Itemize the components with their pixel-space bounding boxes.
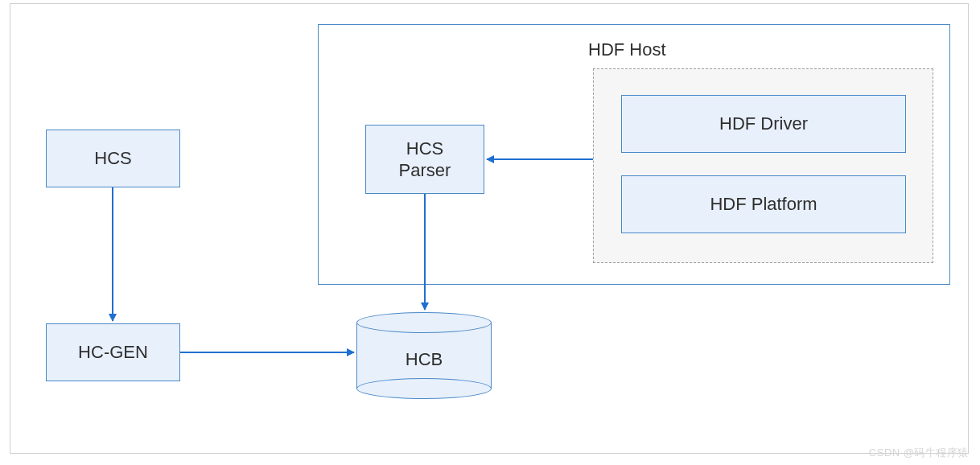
cylinder-top xyxy=(356,312,492,333)
node-hcs-label: HCS xyxy=(94,147,131,170)
cylinder-bottom xyxy=(356,378,492,399)
node-hdf-platform-label: HDF Platform xyxy=(710,193,817,216)
container-hdf-host-title: HDF Host xyxy=(588,39,666,60)
node-hcs-parser-label: HCS Parser xyxy=(399,138,451,182)
node-hdf-driver-label: HDF Driver xyxy=(719,113,808,135)
node-hdf-driver: HDF Driver xyxy=(621,95,906,153)
watermark: CSDN @码牛程序猿 xyxy=(869,446,969,460)
node-hcb-label: HCB xyxy=(356,349,492,370)
node-hcgen: HC-GEN xyxy=(46,323,180,381)
node-hcs-parser: HCS Parser xyxy=(365,125,484,194)
node-hcb: HCB xyxy=(356,312,492,399)
node-hcgen-label: HC-GEN xyxy=(78,341,148,364)
node-hcs: HCS xyxy=(46,130,180,187)
diagram-canvas: HCS HC-GEN HCB HDF Host HCS Parser HDF D… xyxy=(0,0,980,465)
node-hdf-platform: HDF Platform xyxy=(621,175,906,233)
